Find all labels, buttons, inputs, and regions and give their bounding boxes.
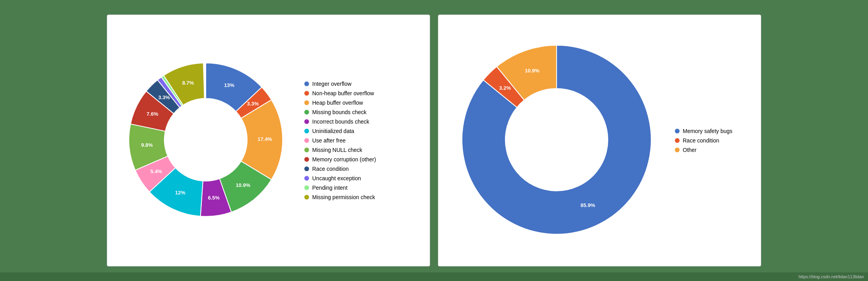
legend-dot xyxy=(304,148,309,152)
legend-dot xyxy=(304,185,309,190)
footer-bar: https://blog.csdn.net/lidan113lidan xyxy=(0,272,868,281)
legend-dot xyxy=(304,129,309,133)
legend-item: Uninitialized data xyxy=(304,128,376,134)
legend-label: Missing NULL check xyxy=(312,147,362,153)
footer-url: https://blog.csdn.net/lidan113lidan xyxy=(799,274,864,279)
legend-item: Missing permission check xyxy=(304,194,376,200)
legend-dot xyxy=(304,81,309,86)
legend-item: Heap buffer overflow xyxy=(304,100,376,106)
segment-label: 3.2% xyxy=(499,85,511,91)
segment-label: 12% xyxy=(175,190,185,196)
legend-item: Non-heap buffer overflow xyxy=(304,90,376,96)
legend-label: Heap buffer overflow xyxy=(312,100,363,106)
legend-item: Other xyxy=(675,147,732,153)
chart-legend: Integer overflowNon-heap buffer overflow… xyxy=(304,81,376,200)
chart-legend: Memory safety bugsRace conditionOther xyxy=(675,128,732,153)
segment-label: 10.9% xyxy=(525,68,539,74)
legend-label: Pending intent xyxy=(312,185,348,191)
legend-label: Race condition xyxy=(312,166,349,172)
legend-item: Race condition xyxy=(675,137,732,144)
segment-label: 3.3% xyxy=(158,94,170,100)
legend-label: Memory corruption (other) xyxy=(312,156,376,163)
segment-label: 5.4% xyxy=(151,168,162,174)
legend-item: Use after free xyxy=(304,137,376,144)
legend-label: Use after free xyxy=(312,137,346,144)
legend-dot xyxy=(304,138,309,143)
legend-dot xyxy=(675,129,680,133)
legend-label: Integer overflow xyxy=(312,81,352,87)
legend-label: Other xyxy=(683,147,697,153)
segment-label: 85.9% xyxy=(581,202,595,208)
legend-item: Memory safety bugs xyxy=(675,128,732,134)
legend-item: Memory corruption (other) xyxy=(304,156,376,163)
legend-item: Uncaught exception xyxy=(304,175,376,181)
segment-label: 7.6% xyxy=(147,111,158,117)
legend-label: Missing permission check xyxy=(312,194,375,200)
legend-item: Incorrect bounds check xyxy=(304,118,376,125)
legend-item: Missing NULL check xyxy=(304,147,376,153)
legend-item: Integer overflow xyxy=(304,81,376,87)
legend-dot xyxy=(304,110,309,115)
legend-dot xyxy=(304,157,309,162)
legend-dot xyxy=(304,100,309,105)
left-donut-wrapper: 13%3.3%17.4%10.9%6.5%12%5.4%9.8%7.6%3.3%… xyxy=(115,26,296,255)
legend-dot xyxy=(675,138,680,143)
donut-svg: 13%3.3%17.4%10.9%6.5%12%5.4%9.8%7.6%3.3%… xyxy=(115,26,296,254)
legend-dot xyxy=(304,195,309,200)
legend-dot xyxy=(304,91,309,96)
segment-label: 13% xyxy=(224,82,235,88)
segment-label: 10.9% xyxy=(236,182,250,188)
left-chart-box: 13%3.3%17.4%10.9%6.5%12%5.4%9.8%7.6%3.3%… xyxy=(107,15,430,266)
segment-label: 8.7% xyxy=(182,80,194,86)
donut-svg: 85.9%3.2%10.9% xyxy=(446,26,667,254)
legend-dot xyxy=(675,148,680,152)
segment-label: 6.5% xyxy=(208,195,220,201)
legend-item: Race condition xyxy=(304,166,376,172)
legend-label: Non-heap buffer overflow xyxy=(312,90,374,96)
legend-label: Uninitialized data xyxy=(312,128,354,134)
legend-label: Missing bounds check xyxy=(312,109,367,115)
legend-label: Incorrect bounds check xyxy=(312,118,369,125)
legend-dot xyxy=(304,166,309,171)
segment-label: 9.8% xyxy=(141,142,153,148)
legend-label: Race condition xyxy=(683,137,719,144)
legend-dot xyxy=(304,176,309,181)
right-chart-box: 85.9%3.2%10.9%Memory safety bugsRace con… xyxy=(438,15,761,266)
right-donut-wrapper: 85.9%3.2%10.9% xyxy=(446,26,667,255)
legend-label: Uncaught exception xyxy=(312,175,361,181)
charts-container: 13%3.3%17.4%10.9%6.5%12%5.4%9.8%7.6%3.3%… xyxy=(0,0,868,281)
legend-item: Missing bounds check xyxy=(304,109,376,115)
legend-item: Pending intent xyxy=(304,185,376,191)
legend-dot xyxy=(304,119,309,124)
segment-label: 3.3% xyxy=(247,101,259,107)
segment-label: 17.4% xyxy=(258,136,272,142)
legend-label: Memory safety bugs xyxy=(683,128,732,134)
